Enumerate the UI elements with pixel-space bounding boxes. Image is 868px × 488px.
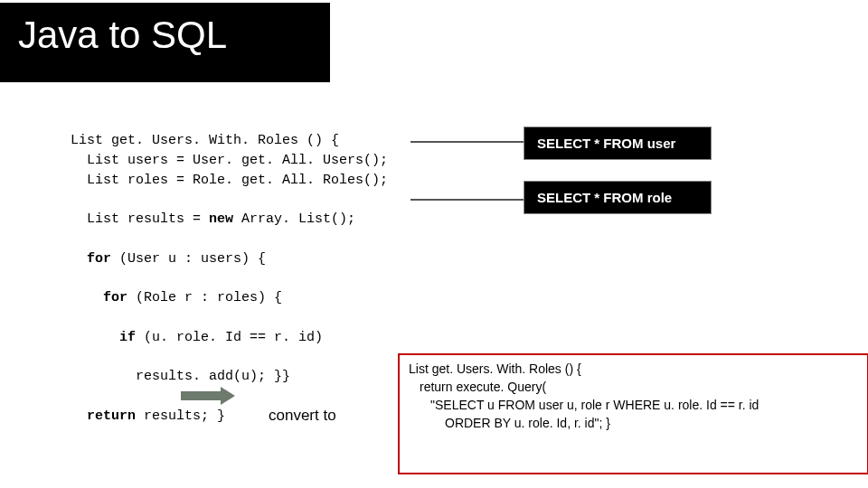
sql-box-user: SELECT * FROM user <box>524 127 712 160</box>
code-line: List get. Users. With. Roles () { <box>71 133 339 148</box>
keyword-for: for <box>71 251 111 267</box>
sql-box-role: SELECT * FROM role <box>524 181 712 214</box>
red-line: return execute. Query( <box>420 380 858 394</box>
converted-sql-box: List get. Users. With. Roles () { return… <box>398 353 868 474</box>
java-code-block: List get. Users. With. Roles () { List u… <box>71 131 388 426</box>
keyword-return: return <box>71 408 136 424</box>
red-line: "SELECT u FROM user u, role r WHERE u. r… <box>430 398 858 412</box>
red-line: List get. Users. With. Roles () { <box>409 361 858 376</box>
code-line: (Role r : roles) { <box>127 290 282 305</box>
connector-line <box>410 199 524 201</box>
code-line: results; } <box>136 408 225 424</box>
keyword-for: for <box>71 290 127 305</box>
connector-line <box>410 141 524 143</box>
keyword-if: if <box>71 330 136 345</box>
convert-label: convert to <box>269 407 336 425</box>
code-line: results. add(u); }} <box>71 369 290 384</box>
code-line: List users = User. get. All. Users(); <box>71 153 388 168</box>
keyword-new: new <box>209 211 233 227</box>
slide-title: Java to SQL <box>18 14 227 57</box>
code-line: (u. role. Id == r. id) <box>136 330 323 345</box>
code-line: (User u : users) { <box>111 251 266 267</box>
code-line: Array. List(); <box>233 211 355 227</box>
code-line: List results = <box>71 211 209 227</box>
code-line: List roles = Role. get. All. Roles(); <box>71 173 388 188</box>
red-line: ORDER BY u. role. Id, r. id"; } <box>445 416 858 430</box>
